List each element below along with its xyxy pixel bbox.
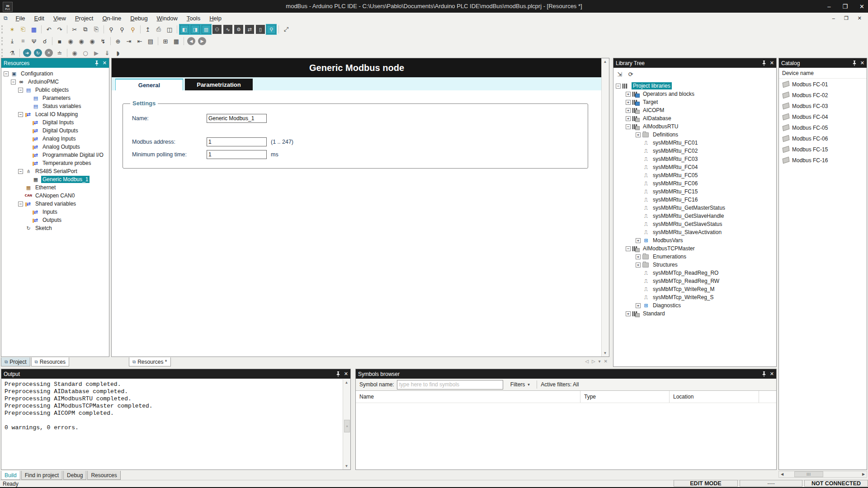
scrollbar-thumb[interactable]: ⫿⫿⫿ — [794, 471, 823, 477]
navigate-forward-button[interactable]: ▶ — [198, 37, 206, 45]
import-library-button[interactable]: ⇲ — [615, 69, 625, 79]
minimize-button[interactable]: – — [827, 3, 830, 10]
catalog-item-modbus-fc-16[interactable]: Modbus FC-16 — [779, 155, 867, 166]
collapse-icon[interactable]: − — [18, 202, 23, 206]
collapse-icon[interactable]: − — [4, 71, 9, 76]
resources-item-shared-variables[interactable]: −⇄Shared variables — [1, 200, 109, 208]
resources-item-digital-inputs[interactable]: ⇄Digital Inputs — [1, 118, 109, 127]
expand-icon[interactable]: + — [626, 311, 631, 316]
catalog-item-modbus-fc-02[interactable]: Modbus FC-02 — [779, 90, 867, 101]
pin-icon[interactable] — [761, 371, 767, 377]
collapse-icon[interactable]: − — [18, 88, 23, 93]
undo-button[interactable]: ↶ — [44, 24, 54, 34]
new-project-button[interactable]: ✶ — [7, 24, 17, 34]
resources-item-parameters[interactable]: ▤Parameters — [1, 94, 109, 102]
grid-view-button[interactable]: ▦ — [171, 36, 181, 46]
fullscreen-button[interactable]: ⤢ — [281, 24, 291, 34]
library-item-sysmbmrtu-getslavestatus[interactable]: ⎍sysMbMRtu_GetSlaveStatus — [613, 220, 776, 228]
library-item-diagnostics[interactable]: +⊞Diagnostics — [613, 301, 776, 310]
project-window-button[interactable]: ◧ — [180, 25, 189, 34]
menu-view[interactable]: View — [49, 14, 71, 23]
refresh-libraries-button[interactable]: ⟳ — [626, 69, 636, 79]
stop-compile-button[interactable]: ▪ — [55, 36, 65, 46]
library-item-aidatabase[interactable]: +AIDatabase — [613, 114, 776, 122]
catalog-item-modbus-fc-06[interactable]: Modbus FC-06 — [779, 133, 867, 144]
column-header-name[interactable]: Name — [356, 391, 580, 403]
form-view-button[interactable]: ▤ — [146, 36, 156, 46]
collapse-icon[interactable]: − — [18, 112, 23, 117]
editor-tab-general[interactable]: General — [115, 79, 183, 90]
field-input-modbus-address[interactable] — [207, 137, 267, 146]
library-item-sysmbmrtu-fc04[interactable]: ⎍sysMbMRtu_FC04 — [613, 163, 776, 171]
find-button[interactable]: ⚲ — [106, 24, 116, 34]
menu-on-line[interactable]: On-line — [98, 14, 126, 23]
expand-icon[interactable]: + — [636, 132, 641, 137]
scroll-right-icon[interactable]: ▶ — [860, 472, 867, 476]
print-button[interactable]: ⎙ — [154, 24, 164, 34]
resources-item-arduinopmc[interactable]: −∞ArduinoPMC — [1, 78, 109, 86]
expand-icon[interactable]: + — [626, 116, 631, 121]
find-next-button[interactable]: ⚲ — [117, 24, 127, 34]
resources-item-public-objects[interactable]: −▤Public objects — [1, 86, 109, 94]
library-item-sysmbmrtu-fc01[interactable]: ⎍sysMbMRtu_FC01 — [613, 139, 776, 147]
resources-item-temperature-probes[interactable]: ⇄Temperature probes — [1, 159, 109, 167]
pin-icon[interactable] — [852, 61, 857, 66]
pin-icon[interactable] — [94, 61, 99, 66]
resources-item-ethernet[interactable]: ▦Ethernet — [1, 183, 109, 192]
library-item-target[interactable]: +Target — [613, 98, 776, 106]
step-into-button[interactable]: ⇓ — [102, 48, 112, 58]
online-values-button[interactable]: ⊕ — [113, 36, 123, 46]
resources-item-sketch[interactable]: ↻Sketch — [1, 224, 109, 232]
download-code-button[interactable]: ⤓ — [7, 36, 17, 46]
field-input-minimum-polling-time[interactable] — [207, 150, 267, 159]
close-panel-icon[interactable]: ✕ — [770, 371, 774, 377]
start-debug-button[interactable]: ▶ — [91, 48, 101, 58]
remove-watch-button[interactable]: ⇤ — [135, 36, 145, 46]
add-grid-button[interactable]: ⊞ — [160, 36, 170, 46]
collapse-icon[interactable]: − — [616, 84, 621, 89]
library-item-sysmbmrtu-slaveactivation[interactable]: ⎍sysMbMRtu_SlaveActivation — [613, 228, 776, 236]
device-setup-button[interactable]: ⌗ — [18, 36, 28, 46]
bottom-tab-build[interactable]: Build — [1, 471, 20, 480]
library-item-aicopm[interactable]: +AICOPM — [613, 106, 776, 114]
column-header-location[interactable]: Location — [670, 391, 759, 403]
panel-tab-project[interactable]: ⧉Project — [1, 357, 30, 366]
resources-item-inputs[interactable]: ⇄Inputs — [1, 208, 109, 216]
close-panel-icon[interactable]: ✕ — [860, 60, 864, 66]
collapse-icon[interactable]: − — [11, 80, 16, 84]
filters-button[interactable]: Filters ▼ — [508, 380, 533, 389]
menu-help[interactable]: Help — [205, 14, 226, 23]
catalog-item-modbus-fc-03[interactable]: Modbus FC-03 — [779, 101, 867, 112]
expand-icon[interactable]: + — [636, 238, 641, 243]
library-item-sysmbmrtu-getmasterstatus[interactable]: ⎍sysMbMRtu_GetMasterStatus — [613, 204, 776, 212]
find-in-project-button[interactable]: ⚲ — [128, 24, 138, 34]
find-results-window-button[interactable]: ⚇ — [212, 25, 222, 34]
resources-item-generic-modbus-1[interactable]: ▦Generic Modbus_1 — [1, 175, 109, 183]
tools-window-button[interactable]: ⚙ — [234, 25, 243, 34]
collapse-icon[interactable]: − — [626, 124, 631, 129]
detach-debug-button[interactable]: ◗ — [113, 48, 123, 58]
expand-icon[interactable]: + — [626, 100, 631, 105]
reset-target-button[interactable]: ≐ — [55, 48, 65, 58]
save-project-button[interactable]: ▦ — [29, 24, 39, 34]
expand-icon[interactable]: + — [636, 254, 641, 259]
library-item-project-libraries[interactable]: −Project libraries — [613, 82, 776, 90]
doc-close-icon[interactable]: ✕ — [604, 359, 608, 364]
panel-tab-resources[interactable]: ⧉Resources — [31, 357, 70, 366]
library-item-sysmbmrtu-fc16[interactable]: ⎍sysMbMRtu_FC16 — [613, 196, 776, 204]
pin-icon[interactable] — [761, 61, 767, 66]
catalog-item-modbus-fc-05[interactable]: Modbus FC-05 — [779, 122, 867, 133]
record-button[interactable]: ◉ — [70, 48, 80, 58]
close-panel-icon[interactable]: ✕ — [103, 60, 107, 66]
library-item-structures[interactable]: +Structures — [613, 261, 776, 269]
library-item-sysmbmrtu-getslavehandle[interactable]: ⎍sysMbMRtu_GetSlaveHandle — [613, 212, 776, 220]
run-single-cycle-button[interactable]: ↻ — [34, 49, 42, 57]
editor-tab-parametrization[interactable]: Parametrization — [185, 79, 253, 90]
close-panel-icon[interactable]: ✕ — [344, 371, 348, 377]
library-item-standard[interactable]: +Standard — [613, 310, 776, 318]
field-input-name[interactable] — [207, 114, 267, 123]
library-item-sysmbmrtu-fc06[interactable]: ⎍sysMbMRtu_FC06 — [613, 179, 776, 188]
scroll-left-icon[interactable]: ◀ — [779, 472, 785, 476]
library-item-operators-and-blocks[interactable]: +Operators and blocks — [613, 90, 776, 98]
library-item-modbusvars[interactable]: +⊞ModbusVars — [613, 236, 776, 244]
